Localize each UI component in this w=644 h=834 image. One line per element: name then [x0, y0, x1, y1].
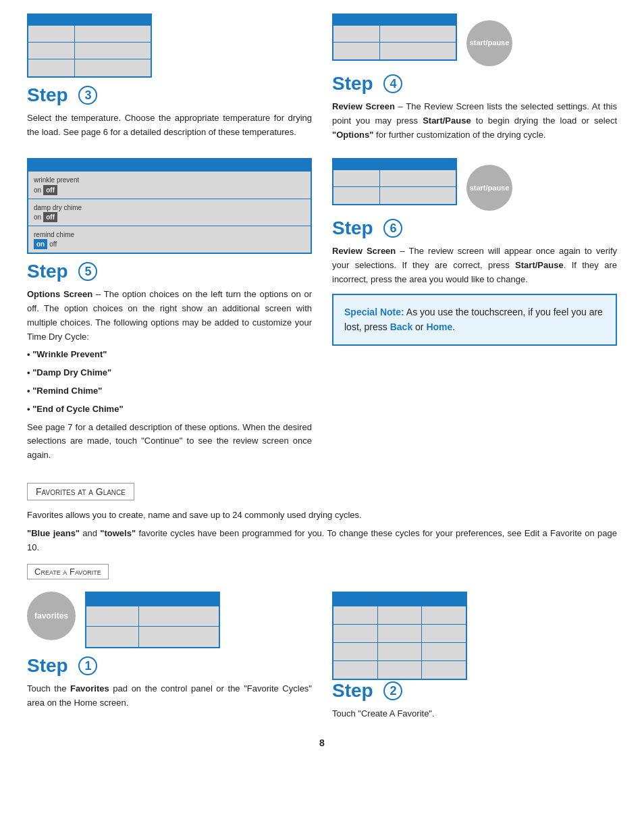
- create-favorite-header: Create a Favorite: [27, 564, 109, 579]
- options-row-2: damp dry chime on off: [28, 199, 311, 226]
- step5-bullet1: • "Wrinkle Prevent": [27, 348, 312, 362]
- step3-screen: [27, 14, 152, 78]
- step6-screen-area: start/pause: [332, 158, 617, 211]
- step2-screen-top: [333, 593, 466, 606]
- step3-num-circle: 3: [78, 86, 97, 105]
- special-note-label: Special Note:: [344, 307, 404, 317]
- step5-heading: Step 5: [27, 261, 312, 282]
- step5-bullet3: • "Remind Chime": [27, 384, 312, 398]
- options-top-bar: [28, 159, 311, 172]
- step5-description: Options Screen – The option choices on t…: [27, 288, 312, 344]
- favorites-circle-btn[interactable]: favorites: [27, 592, 76, 640]
- step6-start-pause-button[interactable]: start/pause: [466, 165, 512, 211]
- step2-bottom-num-circle: 2: [383, 681, 402, 700]
- step4-bold: Review Screen: [332, 101, 395, 111]
- page-number: 8: [27, 737, 617, 748]
- step4-screen-area: start/pause: [332, 14, 617, 66]
- step5-bullet2: • "Damp Dry Chime": [27, 366, 312, 380]
- step6-heading: Step 6: [332, 217, 617, 239]
- step4-num-circle: 4: [383, 74, 402, 93]
- step1-screen-top: [86, 593, 219, 606]
- favorites-section-header: Favorites at a Glance: [27, 483, 134, 500]
- step2-bottom-description: Touch "Create A Favorite".: [332, 707, 617, 721]
- step2-bottom-heading: Step 2: [332, 680, 617, 702]
- options-screen: wrinkle prevent on off damp dry chime on…: [27, 158, 312, 254]
- favorites-blue-jeans-note: "Blue jeans" and "towels" favorite cycle…: [27, 527, 617, 555]
- start-pause-button[interactable]: start/pause: [466, 20, 512, 66]
- step1-bottom-num-circle: 1: [78, 656, 97, 675]
- options-row-3: remind chime on off: [28, 226, 311, 253]
- step4-screen: [332, 14, 457, 61]
- s6-top-bar: [333, 159, 456, 170]
- options-row-1: wrinkle prevent on off: [28, 172, 311, 199]
- s4-top-bar: [333, 15, 456, 26]
- step6-description: Review Screen – The review screen will a…: [332, 244, 617, 286]
- screen-top-bar: [28, 15, 151, 26]
- step5-num-circle: 5: [78, 262, 97, 281]
- step2-screen: [332, 592, 467, 680]
- step1-bottom-area: favorites: [27, 592, 312, 648]
- step1-bottom-heading: Step 1: [27, 655, 312, 677]
- step3-description: Select the temperature. Choose the appro…: [27, 111, 312, 140]
- step4-description: Review Screen – The Review Screen lists …: [332, 100, 617, 142]
- favorites-intro: Favorites allows you to create, name and…: [27, 509, 617, 523]
- step1-bottom-description: Touch the Favorites pad on the control p…: [27, 682, 312, 710]
- step5-bullet4: • "End of Cycle Chime": [27, 402, 312, 417]
- step6-screen: [332, 158, 457, 205]
- step4-heading: Step 4: [332, 73, 617, 95]
- step1-screen: [85, 592, 220, 648]
- step3-heading: Step 3: [27, 84, 312, 106]
- step6-num-circle: 6: [383, 219, 402, 238]
- step5-footer: See page 7 for a detailed description of…: [27, 421, 312, 463]
- special-note-box: Special Note: As you use the touchscreen…: [332, 294, 617, 346]
